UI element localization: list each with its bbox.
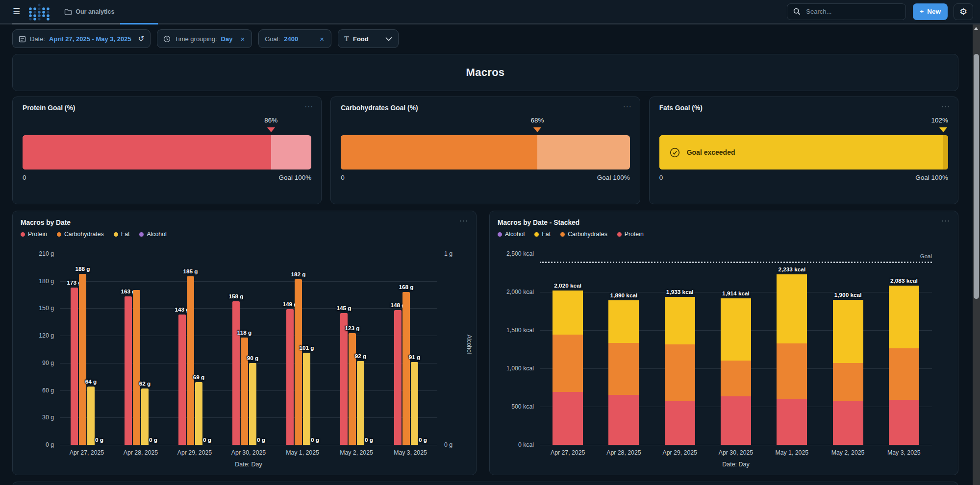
card-menu-icon[interactable]: ··· [941,216,950,224]
bar-fat[interactable] [141,388,149,445]
filter-goal-label: Goal: [265,35,280,43]
bar-carbohydrates[interactable] [402,292,410,445]
card-menu-icon[interactable]: ··· [304,102,313,110]
stack-segment-carbohydrates[interactable] [889,348,919,400]
bar-protein[interactable] [178,315,186,445]
legend-item[interactable]: Alcohol [139,231,166,238]
bar-carbohydrates[interactable] [241,338,248,445]
search-input[interactable] [805,7,900,16]
stack-segment-fat[interactable] [833,300,863,363]
vertical-scrollbar[interactable] [973,24,980,485]
legend-item[interactable]: Carbohydrates [57,231,104,238]
legend-item[interactable]: Alcohol [498,231,525,238]
stack-segment-protein[interactable] [889,400,919,445]
chart-title: Macros by Date - Stacked [498,219,950,226]
filter-date-label: Date: [30,35,45,43]
card-menu-icon[interactable]: ··· [941,102,950,110]
legend-item[interactable]: Fat [114,231,130,238]
bar-protein[interactable] [71,288,78,445]
bar-fat[interactable] [195,382,202,445]
bar-carbohydrates[interactable] [133,290,140,445]
bar-protein[interactable] [394,310,402,445]
bar-protein[interactable] [125,296,132,445]
y-tick-label: 30 g [21,414,54,421]
stack-segment-protein[interactable] [553,392,583,445]
stack-segment-protein[interactable] [665,401,695,445]
stack-segment-protein[interactable] [721,396,751,445]
gauge-bar[interactable]: Goal exceeded [659,135,948,170]
filter-chip-time-grouping[interactable]: Time grouping: Day × [157,29,252,48]
gauge-row: Protein Goal (%) ··· 86% 0 Goal 100% Car… [12,97,958,204]
stack-segment-protein[interactable] [608,395,639,445]
stack-segment-fat[interactable] [553,291,583,335]
filter-chip-date[interactable]: Date: April 27, 2025 - May 3, 2025 ↺ [12,29,151,48]
filter-bar: Date: April 27, 2025 - May 3, 2025 ↺ Tim… [12,29,958,48]
menu-icon[interactable]: ☰ [9,4,24,19]
stack-segment-protein[interactable] [777,399,807,445]
stack-segment-fat[interactable] [721,298,751,360]
close-icon[interactable]: × [319,35,325,43]
bar-carbohydrates[interactable] [295,279,302,445]
vscroll-thumb[interactable] [974,54,979,299]
folder-icon [64,8,72,15]
gauge-percent-label: 86% [264,117,277,124]
bar-protein[interactable] [232,301,240,445]
legend-item[interactable]: Protein [617,231,644,238]
bar-carbohydrates[interactable] [187,276,194,445]
total-label: 2,083 kcal [890,277,918,284]
stack-segment-carbohydrates[interactable] [608,343,639,395]
gauge-card-fats: Fats Goal (%) ··· 102% Goal exceeded 0 G… [649,97,958,204]
bar-fat[interactable] [411,362,418,445]
card-menu-icon[interactable]: ··· [623,102,632,110]
legend-label: Carbohydrates [64,231,104,238]
gauge-bar[interactable] [23,135,311,170]
stack-segment-carbohydrates[interactable] [721,361,751,397]
legend-item[interactable]: Carbohydrates [560,231,607,238]
bar-fat[interactable] [249,363,256,445]
stack-segment-fat[interactable] [777,274,807,344]
gauge-card-carbohydrates: Carbohydrates Goal (%) ··· 68% 0 Goal 10… [330,97,640,204]
gauge-marker-icon [533,127,541,132]
total-label: 1,914 kcal [722,290,750,297]
breadcrumb[interactable]: Our analytics [64,8,114,15]
settings-button[interactable]: ⚙ [954,3,973,20]
search-box[interactable] [787,3,906,20]
card-menu-icon[interactable]: ··· [459,216,468,224]
stack-segment-carbohydrates[interactable] [553,335,583,392]
stack-segment-carbohydrates[interactable] [665,344,695,401]
chart-legend: AlcoholFatCarbohydratesProtein [498,231,950,238]
close-icon[interactable]: × [239,35,246,43]
bar-protein[interactable] [340,313,348,445]
gauge-percent-label: 68% [531,117,544,124]
legend-label: Fat [542,231,551,238]
bar-fat[interactable] [357,361,364,445]
scroll-up-icon[interactable] [974,27,978,30]
legend-item[interactable]: Fat [534,231,551,238]
new-button[interactable]: + New [913,3,948,20]
legend-item[interactable]: Protein [21,231,47,238]
app-logo[interactable] [28,2,50,22]
goal-line-label: Goal [920,253,932,259]
legend-label: Alcohol [147,231,166,238]
stack-segment-protein[interactable] [833,401,863,445]
reset-icon[interactable]: ↺ [138,34,145,43]
bar-protein[interactable] [286,309,294,445]
bar-carbohydrates[interactable] [349,333,356,445]
gauge-fill [23,135,271,170]
bar-carbohydrates[interactable] [79,274,86,445]
stack-segment-fat[interactable] [608,300,639,343]
y-tick-label: 180 g [21,278,54,285]
stack-segment-fat[interactable] [665,297,695,344]
stack-segment-carbohydrates[interactable] [777,343,807,399]
stack-segment-carbohydrates[interactable] [833,363,863,401]
filter-chip-goal[interactable]: Goal: 2400 × [258,29,331,48]
bar-fat[interactable] [87,387,95,445]
field-dropdown-food[interactable]: T Food [338,29,399,48]
filter-time-grouping-value: Day [221,35,233,43]
x-axis-title: Date: Day [235,461,262,468]
gauge-bar[interactable] [341,135,629,170]
gauge-min-label: 0 [23,174,26,181]
stack-segment-fat[interactable] [889,286,919,348]
bar-fat[interactable] [303,353,310,445]
grid-line [540,445,932,445]
